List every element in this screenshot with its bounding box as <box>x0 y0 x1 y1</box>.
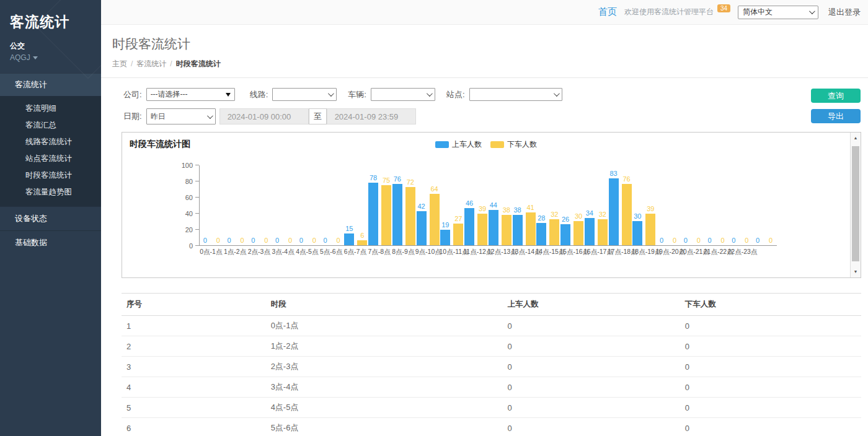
sidebar-item-设备状态[interactable]: 设备状态 <box>0 206 101 230</box>
bar-value-label: 32 <box>599 211 606 218</box>
sidebar-item-基础数据[interactable]: 基础数据 <box>0 230 101 255</box>
bar[interactable] <box>513 215 523 245</box>
bar-value-label: 26 <box>562 216 569 223</box>
station-label: 站点: <box>446 89 465 100</box>
bar[interactable] <box>392 184 402 245</box>
date-preset-select[interactable]: 昨日 <box>146 108 216 124</box>
bar-value-label: 39 <box>647 205 654 212</box>
bar-group: 00 <box>752 165 776 245</box>
y-tick-label: 20 <box>185 226 193 233</box>
legend-swatch-icon <box>435 141 449 148</box>
scroll-down-icon[interactable]: ▼ <box>851 267 861 277</box>
date-from-input[interactable]: 2024-01-09 00:00 <box>219 108 309 124</box>
sidebar-subitem-客流量趋势图[interactable]: 客流量趋势图 <box>0 184 101 201</box>
scroll-up-icon[interactable]: ▲ <box>851 133 861 143</box>
bar[interactable] <box>368 183 378 245</box>
bar[interactable] <box>526 212 536 245</box>
breadcrumb-item[interactable]: 客流统计 <box>136 59 166 68</box>
bar-column: 0 <box>321 165 330 245</box>
bar-value-label: 78 <box>370 174 377 181</box>
bar[interactable] <box>381 185 391 246</box>
company-select[interactable]: ---请选择--- <box>146 88 235 101</box>
legend-item[interactable]: 上车人数 <box>435 139 482 150</box>
export-button[interactable]: 导出 <box>811 109 861 123</box>
vehicle-select[interactable] <box>371 88 435 101</box>
bar[interactable] <box>477 214 487 245</box>
y-tick-label: 60 <box>185 194 193 201</box>
notification-badge[interactable]: 34 <box>717 4 730 12</box>
language-select[interactable]: 简体中文 <box>738 6 818 19</box>
bar-column: 0 <box>200 165 210 245</box>
bar-value-label: 0 <box>697 237 701 244</box>
line-select[interactable] <box>272 88 337 101</box>
bar[interactable] <box>585 218 595 245</box>
bar[interactable] <box>453 224 463 245</box>
legend-item[interactable]: 下车人数 <box>490 139 537 150</box>
bar-column: 83 <box>609 165 619 245</box>
bar-value-label: 0 <box>275 237 279 244</box>
filter-row-1: 公司: ---请选择--- 线路: 车辆: 站点: <box>123 88 861 101</box>
filter-actions: 查询 导出 <box>811 89 861 123</box>
sidebar-subitem-客流明细[interactable]: 客流明细 <box>0 100 101 117</box>
scrollbar-thumb[interactable] <box>852 146 859 261</box>
brand-block: 客流统计 公交 AQGJ <box>0 0 101 73</box>
x-tick-label: 17点-18点 <box>608 248 632 256</box>
sidebar-item-客流统计[interactable]: 客流统计 <box>0 73 101 96</box>
bar[interactable] <box>464 208 474 245</box>
table-cell: 0 <box>502 357 680 377</box>
bar-value-label: 27 <box>454 215 462 222</box>
bar-column: 0 <box>728 165 738 245</box>
sidebar-subitem-线路客流统计[interactable]: 线路客流统计 <box>0 134 101 150</box>
bar[interactable] <box>417 211 427 245</box>
bar-column: 19 <box>440 165 450 245</box>
bar[interactable] <box>645 214 655 245</box>
bar[interactable] <box>440 230 450 245</box>
bar[interactable] <box>549 219 559 245</box>
table-row: 65点-6点00 <box>122 418 861 436</box>
bar[interactable] <box>344 233 354 246</box>
bar-value-label: 0 <box>216 237 220 244</box>
chevron-down-icon <box>427 90 433 97</box>
bar[interactable] <box>622 184 632 245</box>
bar[interactable] <box>598 219 608 245</box>
topbar-home-link[interactable]: 首页 <box>598 6 617 18</box>
bar[interactable] <box>502 215 512 245</box>
org-selector[interactable]: AQGJ <box>10 53 91 62</box>
sidebar-subitem-客流汇总[interactable]: 客流汇总 <box>0 117 101 134</box>
bar-group: 00 <box>272 165 296 245</box>
bar[interactable] <box>609 178 619 245</box>
legend-label: 上车人数 <box>452 139 482 150</box>
station-select[interactable] <box>469 88 562 101</box>
x-tick-label: 15点-16点 <box>559 248 583 256</box>
bar-column: 0 <box>237 165 247 245</box>
breadcrumb-item[interactable]: 主页 <box>112 59 127 68</box>
bar-value-label: 19 <box>441 221 449 229</box>
bar-column: 26 <box>560 165 570 245</box>
bar-group: 00 <box>704 165 728 245</box>
bar[interactable] <box>430 194 440 245</box>
bar[interactable] <box>536 223 546 245</box>
x-tick-label: 3点-4点 <box>271 248 295 256</box>
bar[interactable] <box>574 221 583 245</box>
bar[interactable] <box>560 224 570 245</box>
date-to-input[interactable]: 2024-01-09 23:59 <box>327 108 416 124</box>
legend-label: 下车人数 <box>507 139 537 150</box>
x-tick-label: 11点-12点 <box>463 248 487 256</box>
x-tick-label: 12点-13点 <box>487 248 512 256</box>
x-tick-label: 5点-6点 <box>319 248 343 256</box>
chart-scrollbar[interactable]: ▲ ▼ <box>850 133 861 277</box>
sidebar-subitem-站点客流统计[interactable]: 站点客流统计 <box>0 150 101 167</box>
bar-column: 0 <box>694 165 704 245</box>
breadcrumb-separator: / <box>170 59 172 68</box>
bar-column: 27 <box>453 165 463 245</box>
query-button[interactable]: 查询 <box>811 89 861 103</box>
chart-header: 时段车流统计图 上车人数下车人数 <box>130 137 843 151</box>
bar[interactable] <box>357 240 367 245</box>
bar[interactable] <box>405 187 415 245</box>
x-tick-label: 1点-2点 <box>223 248 247 256</box>
logout-link[interactable]: 退出登录 <box>828 7 861 18</box>
bar[interactable] <box>632 221 642 245</box>
bar[interactable] <box>489 210 498 245</box>
chart-legend: 上车人数下车人数 <box>435 139 537 150</box>
sidebar-subitem-时段客流统计[interactable]: 时段客流统计 <box>0 167 101 184</box>
